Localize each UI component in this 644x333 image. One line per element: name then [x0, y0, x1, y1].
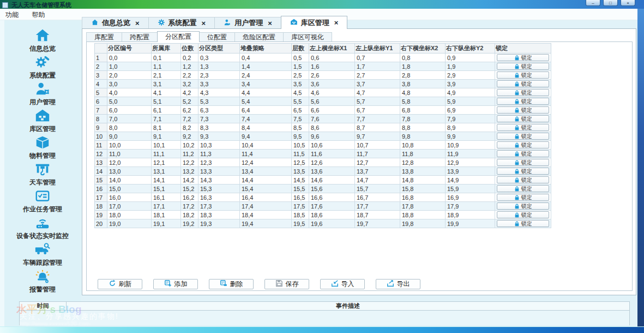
grid-cell[interactable]: 16,6 — [309, 193, 355, 202]
grid-cell[interactable]: 12,5 — [292, 158, 309, 167]
grid-cell[interactable]: 2,6 — [309, 71, 355, 80]
grid-cell[interactable]: 5,2 — [181, 97, 198, 106]
grid-cell[interactable]: 10,2 — [181, 141, 198, 150]
grid-cell[interactable]: 9,9 — [446, 132, 495, 141]
delete-button[interactable]: 删除 — [209, 279, 254, 289]
grid-cell[interactable]: 10,7 — [355, 141, 400, 150]
grid-cell[interactable]: 14,7 — [355, 176, 400, 185]
grid-cell[interactable]: 3,4 — [240, 80, 292, 88]
grid-cell[interactable]: 3,6 — [309, 80, 355, 88]
grid-cell[interactable]: 11,7 — [355, 150, 400, 158]
grid-cell[interactable]: 0,0 — [107, 53, 152, 62]
grid-cell[interactable]: 2,8 — [400, 71, 446, 80]
grid-cell[interactable]: 1,4 — [240, 62, 292, 71]
grid-cell[interactable]: 19,5 — [292, 219, 309, 228]
grid-cell[interactable]: 19,8 — [400, 219, 446, 228]
grid-cell[interactable]: 15,4 — [240, 185, 292, 193]
grid-cell[interactable]: 17,7 — [355, 202, 400, 211]
grid-cell[interactable]: 11,6 — [309, 150, 355, 158]
grid-cell[interactable]: 0,9 — [446, 53, 495, 62]
grid-cell[interactable]: 16,4 — [240, 193, 292, 202]
grid-cell[interactable]: 15,7 — [355, 185, 400, 193]
grid-cell[interactable]: 9,7 — [355, 132, 400, 141]
grid-cell[interactable]: 0,2 — [181, 53, 198, 62]
tab-warehouse-management[interactable]: 库区管理 × — [281, 16, 348, 29]
grid-cell[interactable]: 18,8 — [400, 211, 446, 219]
grid-cell[interactable]: 0,4 — [240, 53, 292, 62]
grid-cell[interactable]: 2,1 — [152, 71, 181, 80]
grid-cell[interactable]: 8,0 — [107, 123, 152, 132]
grid-cell[interactable]: 3,3 — [198, 80, 240, 88]
grid-cell[interactable]: 16,8 — [400, 193, 446, 202]
grid-cell[interactable]: 0,1 — [152, 53, 181, 62]
grid-cell[interactable]: 1,3 — [198, 62, 240, 71]
grid-cell[interactable]: 9,5 — [292, 132, 309, 141]
grid-cell[interactable]: 13,4 — [240, 167, 292, 176]
grid-cell[interactable]: 4,3 — [198, 88, 240, 97]
lock-button[interactable]: 锁定 — [497, 98, 549, 105]
grid-cell[interactable]: 13,6 — [309, 167, 355, 176]
grid-cell[interactable]: 3,1 — [152, 80, 181, 88]
grid-cell[interactable]: 14,0 — [107, 176, 152, 185]
grid-cell[interactable]: 5,8 — [400, 97, 446, 106]
grid-cell[interactable]: 10,6 — [309, 141, 355, 150]
grid-cell[interactable]: 15,5 — [292, 185, 309, 193]
lock-button[interactable]: 锁定 — [497, 168, 549, 175]
tab-close-icon[interactable]: × — [268, 20, 272, 27]
grid-cell[interactable]: 4,7 — [355, 88, 400, 97]
close-button[interactable]: × — [621, 0, 635, 6]
tab-close-icon[interactable]: × — [202, 20, 206, 27]
import-button[interactable]: 导入 — [320, 279, 365, 289]
grid-cell[interactable]: 16,3 — [198, 193, 240, 202]
grid-cell[interactable]: 11,4 — [240, 150, 292, 158]
grid-cell[interactable]: 5,6 — [309, 97, 355, 106]
grid-cell[interactable]: 8,5 — [292, 123, 309, 132]
grid-cell[interactable]: 9,2 — [181, 132, 198, 141]
grid-cell[interactable]: 13,8 — [400, 167, 446, 176]
grid-cell[interactable]: 3,0 — [107, 80, 152, 88]
grid-cell[interactable]: 7,9 — [446, 115, 495, 123]
grid-cell[interactable]: 6,9 — [446, 106, 495, 115]
lock-button[interactable]: 锁定 — [497, 211, 549, 218]
grid-cell[interactable]: 13,9 — [446, 167, 495, 176]
grid-cell[interactable]: 3,7 — [355, 80, 400, 88]
sidebar-item-crane-management[interactable]: 天车管理 — [4, 161, 81, 188]
grid-cell[interactable]: 7,4 — [240, 115, 292, 123]
subtab-warehouse-config[interactable]: 库配置 — [86, 32, 122, 41]
grid-cell[interactable]: 16,5 — [292, 193, 309, 202]
grid-cell[interactable]: 2,4 — [240, 71, 292, 80]
grid-cell[interactable]: 8,6 — [309, 123, 355, 132]
grid-cell[interactable]: 16,2 — [181, 193, 198, 202]
grid-cell[interactable]: 2,0 — [107, 71, 152, 80]
grid-cell[interactable]: 8,2 — [181, 123, 198, 132]
grid-cell[interactable]: 8,8 — [400, 123, 446, 132]
grid-cell[interactable]: 5,3 — [198, 97, 240, 106]
grid-cell[interactable]: 5,5 — [292, 97, 309, 106]
grid-cell[interactable]: 13,2 — [181, 167, 198, 176]
grid-cell[interactable]: 3,8 — [400, 80, 446, 88]
grid-cell[interactable]: 5,7 — [355, 97, 400, 106]
grid-cell[interactable]: 17,9 — [446, 202, 495, 211]
grid-cell[interactable]: 4,1 — [152, 88, 181, 97]
grid-cell[interactable]: 9,0 — [107, 132, 152, 141]
grid-cell[interactable]: 12,4 — [240, 158, 292, 167]
lock-button[interactable]: 锁定 — [497, 159, 549, 166]
lock-button[interactable]: 锁定 — [497, 203, 549, 210]
grid-cell[interactable]: 18,7 — [355, 211, 400, 219]
lock-button[interactable]: 锁定 — [497, 194, 549, 201]
grid-cell[interactable]: 13,3 — [198, 167, 240, 176]
subtab-partition-config[interactable]: 分区配置 — [157, 31, 200, 42]
grid-cell[interactable]: 17,6 — [309, 202, 355, 211]
grid-cell[interactable]: 14,9 — [446, 176, 495, 185]
grid-cell[interactable]: 10,4 — [240, 141, 292, 150]
sidebar-item-task-management[interactable]: 作业任务管理 — [4, 188, 81, 215]
grid-cell[interactable]: 18,0 — [107, 211, 152, 219]
sidebar-item-user-management[interactable]: 用户管理 — [4, 81, 81, 108]
grid-cell[interactable]: 4,6 — [309, 88, 355, 97]
grid-cell[interactable]: 8,3 — [198, 123, 240, 132]
grid-cell[interactable]: 1,5 — [292, 62, 309, 71]
grid-cell[interactable]: 1,2 — [181, 62, 198, 71]
subtab-slot-config[interactable]: 位配置 — [199, 32, 235, 41]
grid-cell[interactable]: 2,5 — [292, 71, 309, 80]
lock-button[interactable]: 锁定 — [497, 115, 549, 122]
